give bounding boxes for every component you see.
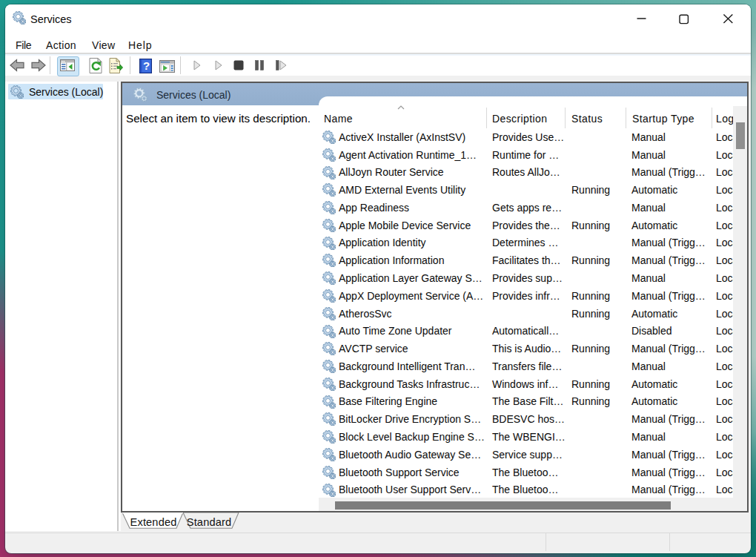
svg-text:?: ? [143, 59, 150, 72]
svg-text:Extended: Extended [130, 516, 177, 528]
svg-text:Standard: Standard [187, 516, 231, 528]
